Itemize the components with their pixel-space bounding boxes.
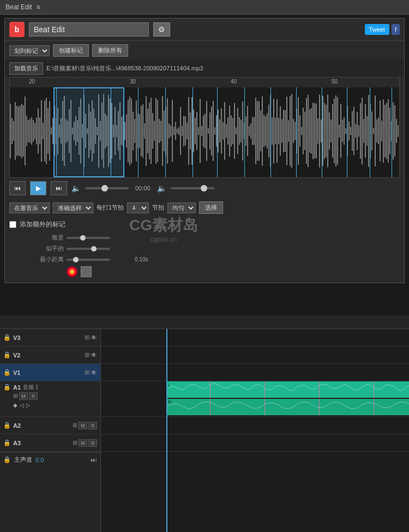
solo-a2[interactable]: S (88, 422, 97, 429)
eye-icon-v2[interactable]: 👁 (91, 351, 97, 359)
svg-rect-39 (74, 122, 75, 140)
svg-rect-166 (281, 119, 282, 143)
track-row-v2: 🔒 V2 ⊞ 👁 (0, 346, 100, 364)
eye-icon-v1[interactable]: 👁 (91, 369, 97, 376)
expand-icon-a2[interactable]: ⊞ (73, 422, 77, 429)
expand-icon-a3[interactable]: ⊞ (73, 439, 77, 447)
solo-a3[interactable]: S (88, 439, 97, 447)
beat-type-dropdown[interactable]: 均匀 (167, 202, 196, 213)
svg-rect-30 (59, 124, 60, 137)
beat-settings-row: 在塞音乐 准确选样 每打1节拍 4 节拍 均匀 选择 (5, 199, 404, 217)
menu-icon[interactable]: ≡ (37, 3, 40, 11)
audio-left-icon[interactable]: ◁ (20, 402, 24, 408)
solo-a1[interactable]: S (29, 392, 38, 400)
beat-accuracy-dropdown[interactable]: 准确选样 (53, 202, 93, 213)
skip-forward-button[interactable]: ⏭ (51, 181, 67, 195)
svg-rect-168 (285, 110, 286, 152)
create-marker-button[interactable]: 创建标记 (53, 44, 89, 57)
svg-rect-205 (345, 128, 346, 134)
param-label-2: 似乎的 (20, 244, 64, 253)
lock-v1: 🔒 (3, 369, 11, 376)
expand-icon-v2[interactable]: ⊞ (85, 351, 89, 359)
play-button[interactable]: ▶ (30, 181, 46, 195)
svg-rect-220 (370, 104, 371, 159)
lock-v3: 🔒 (3, 334, 11, 341)
svg-rect-40 (75, 116, 76, 146)
svg-rect-42 (79, 107, 80, 155)
param-thumb-1[interactable] (80, 235, 86, 241)
svg-rect-134 (229, 105, 230, 157)
param-thumb-3[interactable] (73, 257, 79, 262)
svg-rect-57 (103, 94, 104, 168)
color-wheel-icon[interactable] (67, 266, 77, 277)
svg-rect-150 (255, 98, 256, 164)
beat-count-dropdown[interactable]: 4 (127, 202, 149, 213)
svg-rect-72 (128, 100, 129, 163)
audio-clip-a1[interactable]: L R (101, 381, 409, 417)
waveform-container[interactable]: 20 30 40 50 (9, 77, 400, 178)
svg-rect-146 (249, 126, 250, 135)
marker-dropdown[interactable]: 划到标记 (9, 45, 50, 56)
svg-rect-159 (270, 95, 271, 167)
svg-rect-136 (232, 118, 233, 144)
tweet-button[interactable]: Tweet (365, 24, 389, 35)
svg-rect-114 (196, 112, 197, 150)
track-name-v2: V2 (13, 352, 20, 358)
svg-rect-187 (316, 104, 317, 159)
param-slider-1[interactable] (67, 237, 110, 239)
svg-rect-63 (113, 124, 114, 137)
delete-all-button[interactable]: 删除所有 (92, 44, 128, 57)
expand-icon-a1[interactable]: ⊞ (13, 392, 18, 400)
svg-rect-208 (350, 127, 351, 135)
svg-rect-109 (188, 97, 189, 165)
audio-diamond-icon[interactable]: ◆ (13, 402, 17, 408)
svg-rect-182 (308, 95, 309, 167)
svg-rect-46 (85, 113, 86, 148)
svg-rect-86 (151, 98, 152, 164)
window-title-text: Beat Edit (5, 3, 32, 11)
select-button[interactable]: 选择 (199, 201, 223, 214)
svg-rect-219 (368, 95, 369, 167)
extra-markers-checkbox[interactable] (9, 221, 16, 228)
beat-source-dropdown[interactable]: 在塞音乐 (9, 202, 50, 213)
svg-rect-27 (54, 106, 55, 156)
audio-right-icon[interactable]: ▷ (26, 402, 31, 408)
svg-rect-224 (376, 119, 377, 143)
eye-icon-v3[interactable]: 👁 (91, 334, 97, 342)
param-slider-2[interactable] (67, 248, 110, 250)
volume-slider-2[interactable] (171, 187, 214, 189)
ruler-mark-30: 30 (130, 79, 136, 85)
expand-icon-v1[interactable]: ⊞ (85, 369, 89, 376)
load-music-button[interactable]: 加载音乐 (9, 62, 43, 75)
param-thumb-2[interactable] (91, 246, 97, 252)
svg-rect-167 (283, 110, 284, 152)
app-title-input[interactable] (29, 22, 149, 37)
volume-slider-1[interactable] (85, 187, 129, 189)
gear-button[interactable]: ⚙ (153, 22, 170, 37)
svg-rect-139 (237, 108, 238, 154)
svg-rect-107 (185, 117, 186, 146)
svg-rect-201 (339, 124, 340, 137)
svg-rect-141 (240, 119, 242, 142)
svg-rect-203 (342, 120, 343, 142)
svg-rect-95 (165, 106, 166, 156)
svg-rect-122 (209, 112, 210, 150)
facebook-button[interactable]: f (392, 24, 400, 35)
svg-rect-32 (62, 101, 63, 160)
param-slider-3[interactable] (67, 259, 110, 261)
mute-a3[interactable]: M (79, 439, 87, 447)
volume-thumb-1[interactable] (101, 185, 108, 192)
volume-thumb-2[interactable] (201, 185, 207, 192)
track-content-area[interactable]: L R (101, 329, 409, 532)
color-swatch[interactable] (81, 266, 92, 277)
mute-a1[interactable]: M (19, 392, 28, 400)
expand-icon-v3[interactable]: ⊞ (85, 334, 89, 342)
svg-rect-90 (157, 100, 158, 162)
svg-rect-179 (303, 107, 304, 154)
master-skip-icon[interactable]: ⏭ (91, 456, 97, 464)
master-track-row: 🔒 主声道 0.0 ⏭ (0, 452, 100, 467)
svg-rect-144 (245, 116, 246, 146)
skip-back-button[interactable]: ⏮ (9, 181, 26, 195)
mute-a2[interactable]: M (79, 422, 87, 429)
svg-rect-137 (234, 103, 235, 159)
